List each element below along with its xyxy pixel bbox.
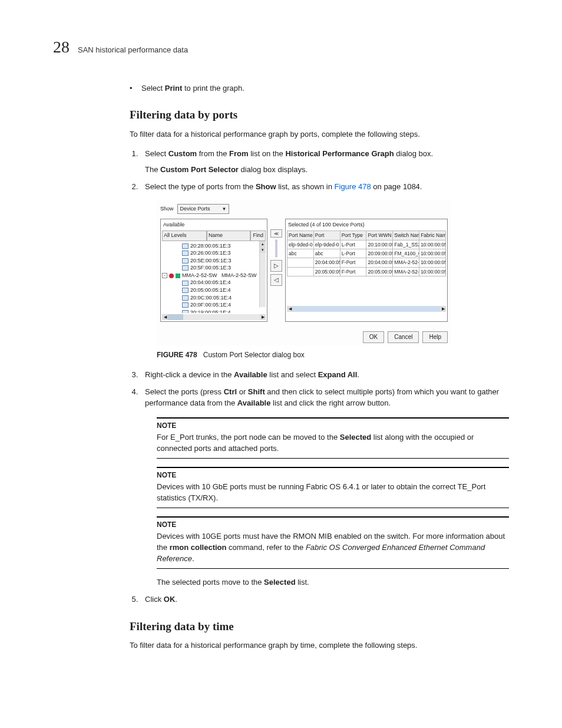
intro-filter-time: To filter data for a historical performa… <box>130 640 509 651</box>
step-1-sub: The Custom Port Selector dialog box disp… <box>145 164 509 176</box>
selected-title: Selected (4 of 100 Device Ports) <box>287 220 446 230</box>
help-button[interactable]: Help <box>422 331 448 344</box>
show-label: Show <box>160 205 174 213</box>
selected-col-header[interactable]: Switch Name <box>393 231 419 240</box>
figure-link[interactable]: Figure 478 <box>335 182 371 191</box>
table-row[interactable]: 20:04:00:05...F-Port20:04:00:05...MMA-2-… <box>287 258 446 267</box>
step-3: Right-click a device in the Available li… <box>140 370 509 381</box>
remove-all-button[interactable]: ≪ <box>270 229 282 238</box>
available-col-name[interactable]: Name <box>207 230 250 241</box>
ok-button[interactable]: OK <box>363 331 384 344</box>
table-row[interactable]: elp-9ded-0elp-9ded-0L-Port20:10:00:05...… <box>287 240 446 249</box>
scrollbar-vertical[interactable]: ▴ ▾ <box>259 241 266 307</box>
available-title: Available <box>162 220 266 230</box>
page-content: • Select Print to print the graph. Filte… <box>130 83 509 651</box>
show-control: Show Device Ports ▼ <box>160 204 448 214</box>
step-2: Select the type of ports from the Show l… <box>140 182 509 361</box>
move-left-button[interactable]: ◁ <box>270 274 282 286</box>
available-panel: Available All Levels Name Find 20:28:00:… <box>160 219 267 321</box>
scroll-right-icon[interactable]: ▶ <box>260 314 266 320</box>
selected-col-header[interactable]: Port Type <box>340 231 366 240</box>
selected-scrollbar-horizontal[interactable]: ◀ ▶ <box>287 306 446 312</box>
chevron-down-icon: ▼ <box>222 206 227 213</box>
scroll-right-icon[interactable]: ▶ <box>440 306 446 312</box>
find-button[interactable]: Find <box>250 230 266 241</box>
selected-col-header[interactable]: Fabric Name <box>419 231 446 240</box>
step-1: Select Custom from the From list on the … <box>140 149 509 176</box>
tree-row[interactable]: 20:5F:00:05:1E:3 <box>162 264 266 272</box>
move-right-button[interactable]: ▷ <box>270 260 282 272</box>
figure-toolbar: Show Device Ports ▼ <box>157 200 451 219</box>
transfer-buttons: ≪ ▷ ◁ <box>270 219 283 321</box>
cancel-button[interactable]: Cancel <box>388 331 419 344</box>
tree-row[interactable]: 20:28:00:05:1E:3 <box>162 242 266 250</box>
tree-row[interactable]: 20:5E:00:05:1E:3 <box>162 257 266 265</box>
tree-row[interactable]: 20:26:00:05:1E:3 <box>162 249 266 257</box>
dialog-buttons: OK Cancel Help <box>157 325 451 346</box>
step-4-after: The selected ports move to the Selected … <box>157 577 509 588</box>
tree-row[interactable]: -MMA-2-52-SW MMA-2-52-SW <box>162 272 266 279</box>
table-row[interactable]: abcabcL-Port20:09:00:05...FM_4100_05...1… <box>287 249 446 258</box>
available-col-all-levels[interactable]: All Levels <box>162 230 207 241</box>
step-4: Select the ports (press Ctrl or Shift an… <box>140 387 509 588</box>
scroll-thumb[interactable] <box>293 306 440 312</box>
tree-row[interactable]: 20:0F:00:05:1E:4 <box>162 301 266 309</box>
show-dropdown[interactable]: Device Ports ▼ <box>177 204 230 214</box>
table-row[interactable]: 20:05:00:05...F-Port20:05:00:05...MMA-2-… <box>287 267 446 276</box>
intro-filter-ports: To filter data for a historical performa… <box>130 129 509 140</box>
scrollbar-horizontal[interactable]: ◀ ▶ <box>162 314 266 320</box>
scroll-left-icon[interactable]: ◀ <box>287 306 293 312</box>
selected-table[interactable]: Port NamePortPort TypePort WWNSwitch Nam… <box>287 230 446 276</box>
tree-row[interactable]: 20:04:00:05:1E:4 <box>162 279 266 286</box>
bullet-text: Select Print to print the graph. <box>141 83 244 94</box>
bullet-item: • Select Print to print the graph. <box>130 83 509 94</box>
note-1: NOTE For E_Port trunks, the port node ca… <box>157 417 509 459</box>
tree-row[interactable]: 20:05:00:05:1E:4 <box>162 286 266 294</box>
steps-list: Select Custom from the From list on the … <box>130 149 509 605</box>
figure-custom-port-selector: Show Device Ports ▼ Available All Level <box>157 200 451 345</box>
bullet-dot-icon: • <box>130 83 133 94</box>
figure-caption: FIGURE 478 Custom Port Selector dialog b… <box>157 350 509 360</box>
step-5: Click OK. <box>140 594 509 605</box>
heading-filter-time: Filtering data by time <box>130 618 509 635</box>
tree-row[interactable]: 20:0C:00:05:1E:4 <box>162 294 266 302</box>
available-tree[interactable]: 20:28:00:05:1E:320:26:00:05:1E:320:5E:00… <box>162 241 266 313</box>
note-2: NOTE Devices with 10 GbE ports must be r… <box>157 467 509 508</box>
splitter-handle[interactable] <box>275 240 277 258</box>
selected-col-header[interactable]: Port Name <box>287 231 314 240</box>
scroll-down-icon[interactable]: ▾ <box>260 247 266 253</box>
page-section-title: SAN historical performance data <box>78 45 188 56</box>
heading-filter-ports: Filtering data by ports <box>130 107 509 123</box>
scroll-thumb[interactable] <box>168 314 183 320</box>
page-number: 28 <box>53 35 70 60</box>
selected-col-header[interactable]: Port <box>313 231 340 240</box>
scroll-left-icon[interactable]: ◀ <box>162 314 168 320</box>
selected-panel: Selected (4 of 100 Device Ports) Port Na… <box>285 219 448 321</box>
scroll-up-icon[interactable]: ▴ <box>260 241 266 247</box>
tree-row[interactable]: 20:19:00:05:1E:4 <box>162 309 266 313</box>
selected-col-header[interactable]: Port WWN <box>366 231 393 240</box>
note-3: NOTE Devices with 10GE ports must have t… <box>157 516 509 569</box>
page-header: 28 SAN historical performance data <box>53 35 509 60</box>
